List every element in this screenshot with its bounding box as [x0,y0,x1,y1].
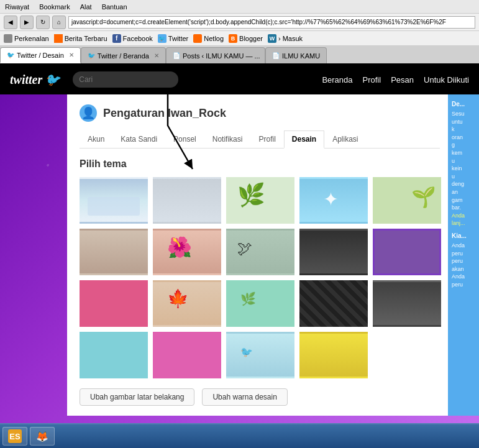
theme-item-13[interactable] [226,280,294,327]
tab-label-2: Twitter / Beranda [98,52,149,60]
netlog-icon [193,34,202,43]
es-icon: ES [8,429,22,443]
page-background: 👤 Pengaturan Iwan_Rock Akun Kata Sandi P… [0,94,479,448]
tab-label-1: Twitter / Desain [17,52,64,59]
theme-item-8[interactable] [226,229,294,275]
theme-item-16[interactable] [80,332,148,378]
tab-close-1[interactable]: ✕ [69,52,74,58]
bookmark-label-facebook: Facebook [123,35,153,42]
nav-beranda[interactable]: Beranda [322,75,352,85]
taskbar-button-firefox[interactable]: 🦊 [30,427,55,446]
tab-aplikasi[interactable]: Aplikasi [324,130,366,148]
tabs-row: 🐦 Twitter / Desain ✕ 🐦 Twitter / Beranda… [0,46,479,65]
right-panel-title: De... [452,101,475,107]
tab-twitter-beranda[interactable]: 🐦 Twitter / Beranda ✕ [81,47,166,63]
settings-tabs: Akun Kata Sandi Ponsel Notifikasi Profil… [80,130,440,149]
theme-item-7[interactable] [153,229,221,275]
firefox-icon: 🦊 [35,429,49,443]
taskbar: ES 🦊 [0,423,479,448]
settings-panel: 👤 Pengaturan Iwan_Rock Akun Kata Sandi P… [67,94,452,416]
theme-item-4[interactable] [299,177,368,224]
tab-akun[interactable]: Akun [80,130,112,148]
theme-item-3[interactable] [226,177,294,224]
theme-item-19[interactable] [299,332,368,378]
page-content: 👤 Pengaturan Iwan_Rock Akun Kata Sandi P… [0,94,479,416]
address-bar[interactable]: javascript:d=document;c=d.createElement(… [68,16,475,29]
blogger-icon: B [229,34,237,43]
tab-ilmu-kamu[interactable]: 📄 ILMU KAMU [265,47,327,63]
tab-close-2[interactable]: ✕ [154,52,159,59]
home-button[interactable]: ⌂ [52,16,66,29]
nav-untuk-diikuti[interactable]: Untuk Diikuti [424,75,469,85]
tab-notifikasi[interactable]: Notifikasi [204,130,251,148]
menu-bookmark[interactable]: Bookmark [39,3,70,11]
bookmark-wp[interactable]: W › Masuk [268,34,303,43]
theme-item-17[interactable] [153,332,221,378]
facebook-icon: f [112,34,121,43]
themes-grid [80,177,440,378]
menu-tools[interactable]: Alat [80,3,92,11]
tab-profil[interactable]: Profil [250,130,283,148]
tab-favicon-2: 🐦 [88,52,95,59]
right-info-panel: De... Sesuuntukorangkemukeinudengangamba… [448,94,479,416]
theme-item-1[interactable] [80,177,148,224]
theme-item-6[interactable] [80,229,148,275]
nav-profil[interactable]: Profil [363,75,381,85]
taskbar-button-es[interactable]: ES [2,427,27,446]
tab-ponsel[interactable]: Ponsel [165,130,204,148]
theme-item-10[interactable] [373,229,441,275]
action-buttons: Ubah gambar latar belakang Ubah warna de… [80,388,440,406]
tab-favicon-1: 🐦 [7,52,14,58]
theme-item-11[interactable] [80,280,148,327]
avatar-icon: 👤 [81,106,95,120]
tab-desain[interactable]: Desain [284,130,324,149]
twitter-nav: Beranda Profil Pesan Untuk Diikuti [322,75,469,85]
address-bar-row: ◀ ▶ ↻ ⌂ javascript:d=document;c=d.create… [0,14,479,31]
rss-icon [54,34,63,43]
change-bg-button[interactable]: Ubah gambar latar belakang [80,388,194,406]
forward-button[interactable]: ▶ [20,16,34,29]
change-design-button[interactable]: Ubah warna desain [202,388,287,406]
bookmark-label-masuk: › Masuk [278,35,303,42]
menu-bar: Riwayat Bookmark Alat Bantuan [0,0,479,14]
theme-item-15[interactable] [373,280,441,327]
tab-favicon-4: 📄 [272,52,280,59]
tab-label-4: ILMU KAMU [282,52,320,60]
twitter-logo: twitter 🐦 [10,72,60,87]
address-text: javascript:d=document;c=d.createElement(… [71,19,446,25]
bookmark-perkenalan[interactable]: Perkenalan [4,34,49,43]
theme-item-14[interactable] [299,280,368,327]
theme-item-9[interactable] [299,229,368,275]
back-button[interactable]: ◀ [4,16,17,29]
tab-label-3: Posts ‹ ILMU KAMU — ... [183,52,260,60]
twitter-search-input[interactable] [73,71,178,88]
tab-posts[interactable]: 📄 Posts ‹ ILMU KAMU — ... ✕ [166,47,265,63]
theme-item-12[interactable] [153,280,221,327]
tab-twitter-desain[interactable]: 🐦 Twitter / Desain ✕ [0,47,81,63]
bookmark-berita[interactable]: Berita Terbaru [54,34,107,43]
settings-avatar: 👤 [80,104,97,122]
bookmark-label-netlog: Netlog [204,35,224,42]
menu-history[interactable]: Riwayat [5,3,29,11]
bookmark-twitter[interactable]: 🐦 Twitter [158,34,188,43]
theme-item-5[interactable] [373,177,441,224]
twitter-bird-icon: 🐦 [45,72,60,87]
bookmark-facebook[interactable]: f Facebook [112,34,153,43]
bookmark-netlog[interactable]: Netlog [193,34,224,43]
refresh-button[interactable]: ↻ [36,16,50,29]
right-panel-content2: AndaperuperuakanAndaperu [452,242,475,289]
bookmarks-bar: Perkenalan Berita Terbaru f Facebook 🐦 T… [0,31,479,46]
theme-item-2[interactable] [153,177,221,224]
nav-pesan[interactable]: Pesan [391,75,414,85]
menu-help[interactable]: Bantuan [102,3,127,11]
tab-kata-sandi[interactable]: Kata Sandi [112,130,165,148]
bookmark-label-perkenalan: Perkenalan [14,35,49,42]
settings-header: 👤 Pengaturan Iwan_Rock [80,104,440,122]
bookmark-blogger[interactable]: B Blogger [229,34,263,43]
wp-icon: W [268,34,276,43]
theme-item-18[interactable] [226,332,294,378]
tab-favicon-3: 📄 [173,52,180,59]
bookmark-icon-perkenalan [4,34,12,43]
bookmark-label-twitter: Twitter [168,35,188,42]
section-title: Pilih tema [80,158,440,170]
